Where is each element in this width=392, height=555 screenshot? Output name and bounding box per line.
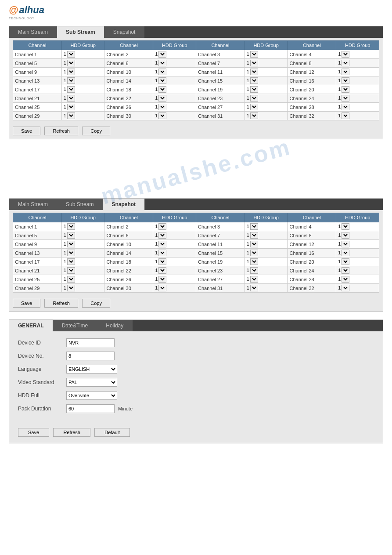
table-row-hdd[interactable]: 1123 [153,85,196,94]
hdd-select[interactable]: 123 [342,223,349,230]
table-row-hdd[interactable]: 1123 [245,284,288,293]
panel2-save-button[interactable]: Save [13,299,40,308]
table-row-hdd[interactable]: 1123 [153,275,196,284]
hdd-select[interactable]: 123 [158,241,166,247]
tab-general[interactable]: GENERAL [9,320,53,331]
table-row-hdd[interactable]: 1123 [61,76,104,85]
table-row-hdd[interactable]: 1123 [336,59,379,68]
hdd-select[interactable]: 123 [158,285,166,291]
table-row-hdd[interactable]: 1123 [153,222,196,231]
table-row-hdd[interactable]: 1123 [245,275,288,284]
hdd-select[interactable]: 123 [342,77,349,84]
tab-main-stream-1[interactable]: Main Stream [9,26,57,38]
hdd-select[interactable]: 123 [67,112,75,119]
table-row-hdd[interactable]: 1123 [61,222,104,231]
general-default-button[interactable]: Default [94,428,130,437]
hdd-select[interactable]: 123 [342,86,349,93]
hdd-select[interactable]: 123 [158,77,166,84]
hdd-select[interactable]: 123 [158,276,166,283]
hdd-select[interactable]: 123 [342,232,349,239]
hdd-select[interactable]: 123 [67,104,75,110]
hdd-select[interactable]: 123 [250,95,258,102]
table-row-hdd[interactable]: 1123 [153,103,196,112]
hdd-select[interactable]: 123 [342,60,349,66]
general-refresh-button[interactable]: Refresh [53,428,90,437]
hdd-select[interactable]: 123 [342,276,349,283]
table-row-hdd[interactable]: 1123 [336,50,379,59]
table-row-hdd[interactable]: 1123 [245,76,288,85]
hdd-select[interactable]: 123 [67,60,75,66]
table-row-hdd[interactable]: 1123 [153,112,196,120]
table-row-hdd[interactable]: 1123 [336,222,379,231]
hdd-select[interactable]: 123 [67,258,75,265]
table-row-hdd[interactable]: 1123 [61,68,104,76]
hdd-select[interactable]: 123 [342,95,349,102]
table-row-hdd[interactable]: 1123 [336,275,379,284]
hdd-select[interactable]: 123 [250,77,258,84]
panel2-copy-button[interactable]: Copy [82,299,110,308]
table-row-hdd[interactable]: 1123 [61,103,104,112]
table-row-hdd[interactable]: 1123 [336,240,379,249]
table-row-hdd[interactable]: 1123 [336,258,379,266]
hdd-select[interactable]: 123 [67,51,75,58]
table-row-hdd[interactable]: 1123 [245,240,288,249]
hdd-select[interactable]: 123 [158,60,166,66]
table-row-hdd[interactable]: 1123 [153,59,196,68]
table-row-hdd[interactable]: 1123 [153,94,196,103]
table-row-hdd[interactable]: 1123 [336,266,379,275]
panel2-refresh-button[interactable]: Refresh [44,299,78,308]
hdd-select[interactable]: 123 [158,104,166,110]
hdd-select[interactable]: 123 [67,69,75,75]
table-row-hdd[interactable]: 1123 [336,76,379,85]
table-row-hdd[interactable]: 1123 [61,249,104,258]
pack-duration-input[interactable] [66,404,115,413]
hdd-select[interactable]: 123 [342,51,349,58]
hdd-select[interactable]: 123 [250,69,258,75]
table-row-hdd[interactable]: 1123 [153,249,196,258]
hdd-select[interactable]: 123 [67,86,75,93]
table-row-hdd[interactable]: 1123 [153,266,196,275]
table-row-hdd[interactable]: 1123 [153,240,196,249]
hdd-select[interactable]: 123 [342,112,349,119]
table-row-hdd[interactable]: 1123 [245,249,288,258]
table-row-hdd[interactable]: 1123 [245,94,288,103]
table-row-hdd[interactable]: 1123 [61,284,104,293]
hdd-select[interactable]: 123 [67,250,75,256]
tab-main-stream-2[interactable]: Main Stream [9,199,57,210]
hdd-select[interactable]: 123 [342,241,349,247]
hdd-select[interactable]: 123 [158,51,166,58]
table-row-hdd[interactable]: 1123 [61,50,104,59]
table-row-hdd[interactable]: 1123 [61,231,104,240]
hdd-select[interactable]: 123 [67,276,75,283]
general-save-button[interactable]: Save [18,428,49,437]
table-row-hdd[interactable]: 1123 [336,231,379,240]
table-row-hdd[interactable]: 1123 [61,94,104,103]
table-row-hdd[interactable]: 1123 [245,85,288,94]
tab-holiday[interactable]: Holiday [97,320,133,331]
hdd-select[interactable]: 123 [250,276,258,283]
hdd-select[interactable]: 123 [342,285,349,291]
hdd-select[interactable]: 123 [158,112,166,119]
hdd-select[interactable]: 123 [250,51,258,58]
hdd-select[interactable]: 123 [158,86,166,93]
device-id-input[interactable] [66,338,115,347]
tab-snapshot-1[interactable]: Snapshot [104,26,145,38]
hdd-select[interactable]: 123 [342,258,349,265]
table-row-hdd[interactable]: 1123 [245,59,288,68]
table-row-hdd[interactable]: 1123 [336,85,379,94]
table-row-hdd[interactable]: 1123 [336,94,379,103]
table-row-hdd[interactable]: 1123 [153,231,196,240]
table-row-hdd[interactable]: 1123 [245,266,288,275]
table-row-hdd[interactable]: 1123 [61,275,104,284]
table-row-hdd[interactable]: 1123 [61,112,104,120]
hdd-full-select[interactable]: Overwrite Stop Recording [66,391,117,400]
hdd-select[interactable]: 123 [250,60,258,66]
table-row-hdd[interactable]: 1123 [61,258,104,266]
table-row-hdd[interactable]: 1123 [153,68,196,76]
table-row-hdd[interactable]: 1123 [153,50,196,59]
table-row-hdd[interactable]: 1123 [336,249,379,258]
hdd-select[interactable]: 123 [158,69,166,75]
panel1-copy-button[interactable]: Copy [82,127,110,135]
hdd-select[interactable]: 123 [250,112,258,119]
table-row-hdd[interactable]: 1123 [245,222,288,231]
